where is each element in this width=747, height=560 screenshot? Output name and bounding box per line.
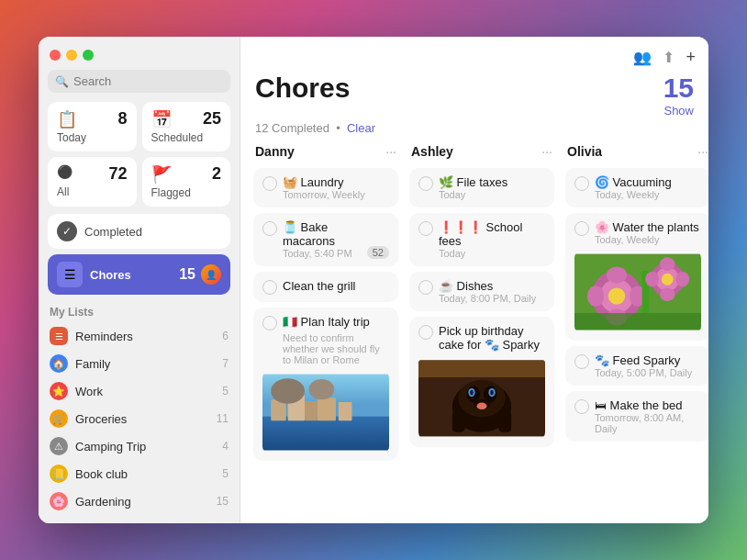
today-count: 8	[117, 109, 127, 129]
sidebar-item-family[interactable]: 🏠 Family 7	[39, 350, 240, 377]
task-title: ❗❗❗ School fees	[439, 220, 545, 248]
task-title: Pick up birthday cake for 🐾 Sparky	[439, 324, 545, 352]
add-list-icon: ⊕	[50, 521, 61, 523]
chores-active-row[interactable]: ☰ Chores 15 👤	[48, 254, 230, 295]
bookclub-icon: 📒	[50, 465, 68, 483]
sidebar-item-gardening[interactable]: 🌸 Gardening 15	[39, 487, 240, 515]
chores-count: 15	[179, 266, 195, 283]
page-title: Chores	[255, 73, 350, 104]
task-italy[interactable]: 🇮🇹 Plan Italy trip Need to confirm wheth…	[253, 308, 398, 461]
task-water-plants[interactable]: 🌸 Water the plants Today, Weekly	[565, 213, 708, 341]
reminders-label: Reminders	[75, 330, 133, 343]
task-make-bed[interactable]: 🛏 Make the bed Tomorrow, 8:00 AM, Daily	[565, 391, 708, 442]
total-count: 15	[663, 73, 694, 104]
task-clean-grill[interactable]: Clean the grill	[253, 272, 398, 302]
completed-row[interactable]: ✓ Completed	[48, 214, 230, 249]
task-circle	[262, 280, 277, 295]
close-button[interactable]	[50, 50, 61, 61]
task-feed-sparky[interactable]: 🐾 Feed Sparky Today, 5:00 PM, Daily	[565, 346, 708, 386]
task-title: 🐾 Feed Sparky	[595, 353, 701, 367]
task-sub: Today, Weekly	[595, 234, 701, 245]
task-dishes[interactable]: ☕ Dishes Today, 8:00 PM, Daily	[409, 272, 554, 311]
svg-rect-40	[574, 313, 701, 330]
scheduled-icon: 📅	[151, 109, 172, 129]
svg-rect-5	[318, 398, 336, 420]
sidebar: 🔍 📋 8 Today 📅 25 Scheduled ⚫	[39, 37, 240, 523]
column-header-ashley: Ashley ···	[409, 142, 554, 162]
svg-rect-23	[418, 361, 545, 377]
search-input[interactable]	[73, 74, 223, 88]
task-laundry[interactable]: 🧺 Laundry Tomorrow, Weekly	[253, 168, 398, 207]
olivia-more-icon[interactable]: ···	[697, 144, 708, 159]
task-circle	[262, 316, 277, 330]
task-title: 🌸 Water the plants	[595, 220, 701, 234]
chores-avatar: 👤	[201, 264, 221, 285]
completed-check-icon: ✓	[57, 221, 77, 241]
minimize-button[interactable]	[66, 50, 77, 61]
task-birthday-cake[interactable]: Pick up birthday cake for 🐾 Sparky	[409, 317, 554, 447]
task-circle	[418, 325, 433, 340]
column-name-danny: Danny	[255, 144, 295, 159]
person-icon[interactable]: 👥	[633, 49, 652, 66]
maximize-button[interactable]	[83, 50, 94, 61]
task-vacuuming[interactable]: 🌀 Vacuuming Today, Weekly	[565, 168, 708, 207]
column-name-ashley: Ashley	[411, 144, 453, 159]
camping-count: 4	[222, 440, 229, 453]
danny-more-icon[interactable]: ···	[385, 144, 396, 159]
sidebar-item-camping[interactable]: ⚠ Camping Trip 4	[39, 432, 240, 460]
task-macarons[interactable]: 🫙 Bake macarons Today, 5:40 PM 52	[253, 213, 398, 266]
today-card[interactable]: 📋 8 Today	[48, 102, 137, 151]
clear-button[interactable]: Clear	[347, 121, 375, 135]
share-icon[interactable]: ⬆	[663, 49, 675, 66]
task-circle	[574, 221, 589, 236]
task-school-fees[interactable]: ❗❗❗ School fees Today	[409, 213, 554, 266]
show-link[interactable]: Show	[663, 104, 694, 118]
task-sub: Today, 8:00 PM, Daily	[439, 293, 545, 304]
scheduled-count: 25	[203, 109, 221, 129]
camping-label: Camping Trip	[75, 440, 146, 454]
task-title: 🌿 File taxes	[439, 175, 545, 189]
main-toolbar: 👥 ⬆ +	[240, 37, 708, 71]
sidebar-item-work[interactable]: ⭐ Work 5	[39, 377, 240, 405]
search-box[interactable]: 🔍	[48, 70, 230, 93]
task-sub: Today, 5:40 PM	[283, 248, 362, 259]
svg-point-30	[587, 286, 604, 307]
all-icon: ⚫	[57, 164, 72, 179]
sidebar-item-reminders[interactable]: ☰ Reminders 6	[39, 322, 240, 350]
column-header-olivia: Olivia ···	[565, 142, 708, 162]
task-title: 🌀 Vacuuming	[595, 175, 701, 189]
task-circle	[418, 221, 433, 236]
svg-point-38	[645, 272, 659, 287]
flagged-card[interactable]: 🚩 2 Flagged	[142, 157, 231, 207]
task-taxes[interactable]: 🌿 File taxes Today	[409, 168, 554, 207]
bookclub-count: 5	[222, 467, 229, 480]
chores-active-label: Chores	[90, 268, 131, 282]
sidebar-item-bookclub[interactable]: 📒 Book club 5	[39, 460, 240, 487]
add-list-button[interactable]: ⊕ Add List	[39, 515, 240, 523]
task-circle	[262, 176, 277, 191]
ashley-more-icon[interactable]: ···	[541, 144, 552, 159]
task-title: Clean the grill	[283, 279, 389, 293]
svg-point-28	[607, 266, 627, 283]
columns-area: Danny ··· 🧺 Laundry Tomorrow, Weekly	[240, 142, 708, 523]
add-icon[interactable]: +	[686, 48, 696, 67]
all-card[interactable]: ⚫ 72 All	[48, 157, 137, 207]
gardening-icon: 🌸	[50, 492, 68, 510]
work-label: Work	[75, 385, 103, 398]
titlebar	[39, 37, 240, 70]
svg-point-11	[458, 380, 506, 417]
work-icon: ⭐	[50, 382, 68, 400]
main-content: 👥 ⬆ + Chores 15 Show 12 Completed • Clea…	[240, 37, 708, 523]
task-title: 🧺 Laundry	[283, 175, 389, 189]
my-lists-section-title: My Lists	[39, 302, 240, 322]
sidebar-item-groceries[interactable]: 🛒 Groceries 11	[39, 405, 240, 432]
task-note: Need to confirm whether we should fly to…	[262, 332, 389, 365]
gardening-count: 15	[217, 495, 229, 508]
scheduled-card[interactable]: 📅 25 Scheduled	[142, 102, 231, 151]
italy-image	[262, 371, 389, 454]
svg-rect-6	[339, 402, 352, 420]
task-circle	[262, 221, 277, 236]
svg-point-35	[662, 274, 674, 286]
count-area: 15 Show	[663, 73, 694, 118]
column-header-danny: Danny ···	[253, 142, 398, 162]
